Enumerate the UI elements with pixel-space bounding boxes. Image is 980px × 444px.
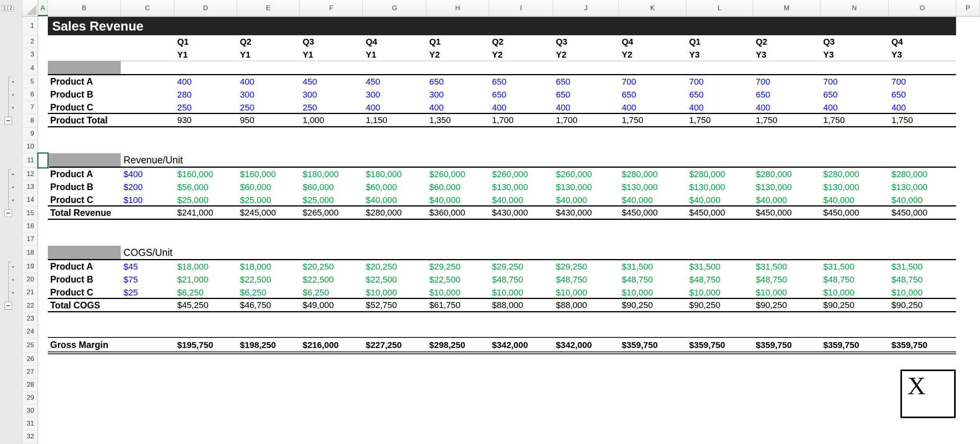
cell-K20[interactable]: $48,750: [622, 273, 653, 286]
cell-I8[interactable]: 1,700: [492, 114, 514, 127]
x-image-box[interactable]: X: [900, 370, 956, 418]
cell-D8[interactable]: 930: [177, 114, 192, 127]
cell-J25[interactable]: $342,000: [556, 338, 592, 352]
cell-C12[interactable]: $400: [123, 168, 143, 181]
row-header-7[interactable]: 7: [22, 101, 38, 114]
cell-N7[interactable]: 400: [823, 101, 838, 114]
cell-N14[interactable]: $40,000: [823, 194, 855, 207]
cell-L20[interactable]: $48,750: [689, 273, 720, 286]
cell-G15[interactable]: $280,000: [366, 207, 402, 219]
cell-K14[interactable]: $40,000: [622, 194, 653, 207]
cell-K13[interactable]: $130,000: [622, 181, 658, 194]
cell-L6[interactable]: 650: [689, 88, 704, 101]
cell-N3[interactable]: Y3: [823, 48, 834, 61]
cell-G12[interactable]: $180,000: [366, 168, 402, 181]
cell-I3[interactable]: Y2: [492, 48, 503, 61]
column-header-C[interactable]: C: [121, 0, 174, 16]
cell-E20[interactable]: $22,500: [240, 273, 271, 286]
cell-F3[interactable]: Y1: [303, 48, 313, 61]
cell-F2[interactable]: Q3: [303, 35, 314, 48]
cell-D5[interactable]: 400: [177, 75, 192, 88]
cell-L15[interactable]: $450,000: [689, 207, 725, 219]
cell-H3[interactable]: Y2: [429, 48, 440, 61]
cell-G13[interactable]: $60,000: [366, 181, 397, 194]
sheet-title-cell[interactable]: Sales Revenue: [48, 17, 956, 35]
cell-I20[interactable]: $48,750: [492, 273, 523, 286]
cell-K19[interactable]: $31,500: [622, 260, 653, 273]
cell-O5[interactable]: 700: [891, 75, 906, 88]
row-header-18[interactable]: 18: [22, 246, 38, 260]
cell-L5[interactable]: 700: [689, 75, 704, 88]
cell-K2[interactable]: Q4: [622, 35, 633, 48]
row-header-2[interactable]: 2: [22, 35, 38, 48]
column-header-M[interactable]: M: [753, 0, 820, 16]
cell-B22[interactable]: Total COGS: [50, 299, 100, 312]
cell-H19[interactable]: $29,250: [429, 260, 461, 273]
cell-J14[interactable]: $40,000: [556, 194, 587, 207]
cell-B19[interactable]: Product A: [50, 260, 93, 273]
cell-B5[interactable]: Product A: [50, 75, 93, 88]
cell-J19[interactable]: $29,250: [556, 260, 587, 273]
unit-label-revenue[interactable]: Revenue/Unit: [123, 153, 183, 167]
row-header-5[interactable]: 5: [22, 75, 38, 88]
cell-C19[interactable]: $45: [123, 260, 138, 273]
cell-B15[interactable]: Total Revenue: [50, 207, 111, 219]
cell-G5[interactable]: 450: [366, 75, 380, 88]
column-header-O[interactable]: O: [889, 0, 956, 16]
row-header-22[interactable]: 22: [22, 299, 38, 312]
cell-K15[interactable]: $450,000: [622, 207, 658, 219]
section-label-units-sold[interactable]: [48, 61, 121, 74]
row-header-30[interactable]: 30: [22, 404, 38, 417]
cell-O14[interactable]: $40,000: [891, 194, 923, 207]
cell-M25[interactable]: $359,750: [756, 338, 792, 352]
cell-L7[interactable]: 400: [689, 101, 704, 114]
cell-D25[interactable]: $195,750: [177, 338, 213, 352]
column-header-E[interactable]: E: [237, 0, 300, 16]
cell-G14[interactable]: $40,000: [366, 194, 397, 207]
section-label-revenue[interactable]: [48, 153, 121, 167]
cell-B6[interactable]: Product B: [50, 88, 93, 101]
row-header-6[interactable]: 6: [22, 88, 38, 101]
cell-O22[interactable]: $90,250: [891, 299, 923, 312]
cell-E15[interactable]: $245,000: [240, 207, 276, 219]
cell-K8[interactable]: 1,750: [622, 114, 643, 127]
section-label-cogs[interactable]: [48, 246, 121, 259]
cell-J13[interactable]: $130,000: [556, 181, 592, 194]
cell-M19[interactable]: $31,500: [756, 260, 787, 273]
cell-B13[interactable]: Product B: [50, 181, 93, 194]
cell-N13[interactable]: $130,000: [823, 181, 859, 194]
cell-D6[interactable]: 280: [177, 88, 192, 101]
cell-M7[interactable]: 400: [756, 101, 770, 114]
cell-O7[interactable]: 400: [891, 101, 906, 114]
cell-B14[interactable]: Product C: [50, 194, 93, 207]
cell-F5[interactable]: 450: [303, 75, 317, 88]
row-header-3[interactable]: 3: [22, 48, 38, 61]
cell-L3[interactable]: Y3: [689, 48, 700, 61]
cell-J3[interactable]: Y2: [556, 48, 566, 61]
cell-O13[interactable]: $130,000: [891, 181, 927, 194]
cell-J6[interactable]: 650: [556, 88, 570, 101]
row-header-31[interactable]: 31: [22, 417, 38, 430]
cell-C14[interactable]: $100: [123, 194, 143, 207]
select-all-corner[interactable]: [22, 0, 38, 16]
cell-G20[interactable]: $22,500: [366, 273, 397, 286]
row-header-12[interactable]: 12: [22, 168, 38, 181]
collapse-group-button[interactable]: [4, 117, 12, 125]
cell-H5[interactable]: 650: [429, 75, 444, 88]
row-header-20[interactable]: 20: [22, 273, 38, 286]
cell-I5[interactable]: 650: [492, 75, 506, 88]
cell-L14[interactable]: $40,000: [689, 194, 720, 207]
cell-B25[interactable]: Gross Margin: [50, 338, 108, 352]
cell-K22[interactable]: $90,250: [622, 299, 653, 312]
cell-E21[interactable]: $6,250: [240, 286, 266, 299]
cell-F25[interactable]: $216,000: [303, 338, 339, 352]
cell-H21[interactable]: $10,000: [429, 286, 461, 299]
row-header-10[interactable]: 10: [22, 140, 38, 153]
row-header-1[interactable]: 1: [22, 16, 38, 35]
cell-G25[interactable]: $227,250: [366, 338, 402, 352]
cell-G19[interactable]: $20,250: [366, 260, 397, 273]
cell-G3[interactable]: Y1: [366, 48, 376, 61]
cell-L2[interactable]: Q1: [689, 35, 701, 48]
row-header-26[interactable]: 26: [22, 353, 38, 366]
cell-F21[interactable]: $6,250: [303, 286, 329, 299]
